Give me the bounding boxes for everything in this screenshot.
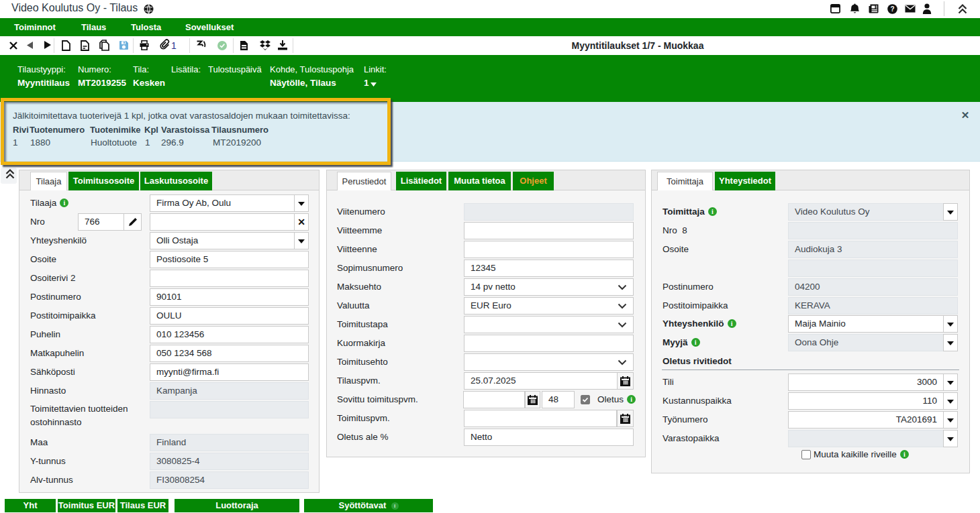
svg-text:?: ? bbox=[890, 5, 894, 13]
